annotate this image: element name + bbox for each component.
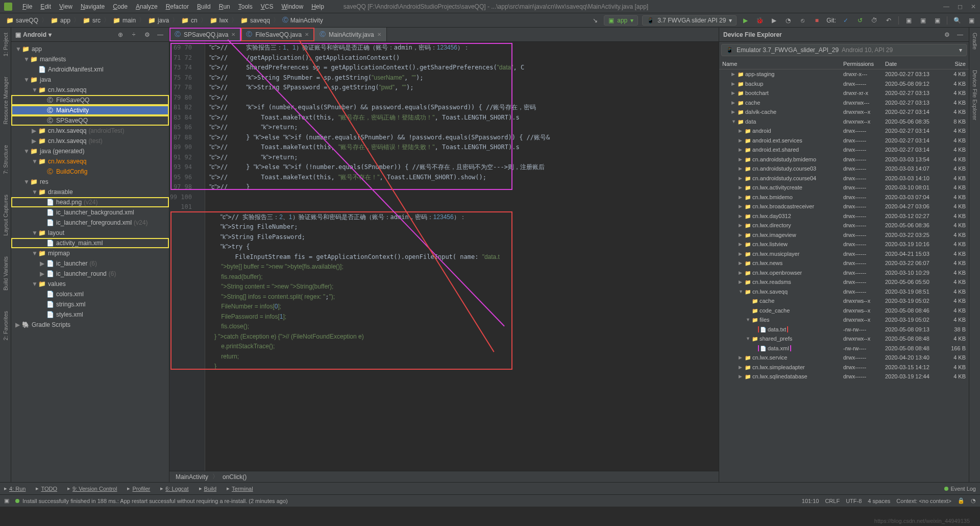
menu-run[interactable]: Run <box>215 3 234 10</box>
file-row[interactable]: ▶📁android.ext.servicesdrwx------2020-02-… <box>719 136 969 146</box>
menu-file[interactable]: File <box>18 3 36 10</box>
file-encoding[interactable]: UTF-8 <box>846 498 862 504</box>
menu-view[interactable]: View <box>55 3 77 10</box>
tree-node[interactable]: ▶📄ic_launcher(6) <box>11 258 169 269</box>
col-size[interactable]: Size <box>943 61 969 67</box>
editor-tab[interactable]: ⒸFileSaveQQ.java✕ <box>241 28 314 41</box>
crumb-cn[interactable]: 📁 cn <box>179 16 200 25</box>
bottom-tab-4--run[interactable]: ▸ 4: Run <box>4 485 26 492</box>
bottom-tab-6--logcat[interactable]: ▸ 6: Logcat <box>160 485 188 492</box>
code-content[interactable]: "c">// 实验报告三：1、1）验证账号和密码是否正确（账号：admin，密码… <box>205 42 719 471</box>
caret-position[interactable]: 101:10 <box>802 498 819 504</box>
file-row[interactable]: ▶📁cn.lwx.simpleadapterdrwx------2020-03-… <box>719 363 969 372</box>
lock-icon[interactable]: 🔒 <box>958 497 965 504</box>
run-config-combo[interactable]: ▣ app ▾ <box>604 15 638 26</box>
menu-code[interactable]: Code <box>109 3 132 10</box>
debug-icon[interactable]: 🐞 <box>755 16 764 25</box>
file-row[interactable]: ▶📁androiddrwx------2020-02-27 03:144 KB <box>719 126 969 136</box>
git-commit-icon[interactable]: ↺ <box>855 16 865 25</box>
device-combo[interactable]: 📱 3.7 FWVGA slider API 29 ▾ <box>642 15 737 26</box>
left-tab-resource-manager[interactable]: Resource Manager <box>3 77 9 125</box>
context-label[interactable]: Context: <no context> <box>896 498 951 504</box>
bottom-tab-profiler[interactable]: ▸ Profiler <box>127 485 150 492</box>
menu-build[interactable]: Build <box>193 3 215 10</box>
profile-icon[interactable]: ◔ <box>783 16 793 25</box>
file-row[interactable]: ▶📁cn.lwx.activitycreatedrwx------2020-03… <box>719 183 969 193</box>
tree-node[interactable]: 📄ic_launcher_background.xml <box>11 207 169 218</box>
file-row[interactable]: ▶📁app-stagingdrwxr-x---2020-02-27 03:134… <box>719 69 969 79</box>
minimize-icon[interactable]: — <box>943 3 949 10</box>
file-row[interactable]: ▶📁backupdrwx------2020-05-08 09:124 KB <box>719 79 969 89</box>
editor-tab[interactable]: ⒸSPSaveQQ.java✕ <box>169 28 241 41</box>
file-row[interactable]: ▶📁cn.lwx.directorydrwx------2020-05-06 0… <box>719 221 969 230</box>
collapse-icon[interactable]: ÷ <box>129 30 138 39</box>
bottom-tab-9--version-control[interactable]: ▸ 9: Version Control <box>67 485 117 492</box>
file-row[interactable]: ▶📁cn.lwx.servicedrwx------2020-04-20 13:… <box>719 353 969 363</box>
tree-node[interactable]: ▼📁res <box>11 177 169 187</box>
left-tab-layout-captures[interactable]: Layout Captures <box>3 195 9 236</box>
file-row[interactable]: ▼📁datadrwxrwx--x2020-05-06 08:358 KB <box>719 117 969 127</box>
target-icon[interactable]: ⊕ <box>116 30 125 39</box>
event-log-button[interactable]: Event Log <box>944 486 976 492</box>
crumb-MainActivity[interactable]: Ⓒ MainActivity <box>280 15 325 26</box>
menu-refactor[interactable]: Refactor <box>162 3 193 10</box>
tree-node[interactable]: ⒸFileSaveQQ <box>11 95 169 105</box>
git-pull-icon[interactable]: ✓ <box>841 16 850 25</box>
tree-node[interactable]: 📄strings.xml <box>11 299 169 309</box>
tree-node[interactable]: 📄styles.xml <box>11 309 169 320</box>
menu-vcs[interactable]: VCS <box>257 3 278 10</box>
file-row[interactable]: ▶📁cn.lwx.sqlinedatabasedrwx------2020-03… <box>719 372 969 381</box>
run-icon[interactable]: ▶ <box>741 16 750 25</box>
menu-window[interactable]: Window <box>277 3 307 10</box>
col-permissions[interactable]: Permissions <box>840 61 882 67</box>
menu-help[interactable]: Help <box>307 3 328 10</box>
file-row[interactable]: ▶📁cn.lwx.listviewdrwx------2020-03-19 10… <box>719 240 969 249</box>
left-tab-7--structure[interactable]: 7: Structure <box>3 145 9 174</box>
tree-node[interactable]: 📄colors.xml <box>11 289 169 299</box>
breadcrumb[interactable]: 📁 saveQQ〉📁 app〉📁 src〉📁 main〉📁 java〉📁 cn〉… <box>4 15 591 26</box>
close-icon[interactable]: ✕ <box>971 3 976 10</box>
stop-icon[interactable]: ■ <box>812 16 821 25</box>
bottom-tab-build[interactable]: ▸ Build <box>199 485 216 492</box>
tree-node[interactable]: 📄activity_main.xml <box>11 238 169 248</box>
file-row[interactable]: ▶📁cn.lwx.readsmsdrwx------2020-05-06 05:… <box>719 277 969 287</box>
file-row[interactable]: ▼📁filesdrwxrwx--x2020-03-19 05:024 KB <box>719 315 969 325</box>
status-toggle-icon[interactable]: ▣ <box>4 497 9 504</box>
crumb-src[interactable]: 📁 src <box>81 16 103 25</box>
file-row[interactable]: 📁code_cachedrwxrws--x2020-05-08 08:464 K… <box>719 306 969 316</box>
menu-tools[interactable]: Tools <box>234 3 257 10</box>
file-row[interactable]: ▶📁bootchartdrwxr-xr-x2020-02-27 03:134 K… <box>719 88 969 98</box>
window-controls[interactable]: — ◻ ✕ <box>943 3 976 10</box>
file-row[interactable]: ▶📁dalvik-cachedrwxrwx--x2020-02-27 03:14… <box>719 107 969 117</box>
tree-node[interactable]: ▼📁layout <box>11 228 169 238</box>
tree-node[interactable]: ▼📁java (generated) <box>11 146 169 156</box>
tree-node[interactable]: ⒸSPSaveQQ <box>11 115 169 126</box>
code-editor[interactable]: 69 70 71 72 73 74 75 76 77 78 79 80 81 8… <box>169 42 719 471</box>
git-push-icon[interactable]: ⏱ <box>870 16 879 25</box>
tree-node[interactable]: ▼📁drawable <box>11 187 169 197</box>
line-separator[interactable]: CRLF <box>825 498 840 504</box>
structure-icon[interactable]: ▣ <box>933 16 942 25</box>
file-row[interactable]: ▶📁cn.androidstudy.bmidemodrwx------2020-… <box>719 155 969 164</box>
git-history-icon[interactable]: ↶ <box>884 16 893 25</box>
tree-node[interactable]: ▼📁java <box>11 75 169 85</box>
project-view-selector[interactable]: ▣ Android ▾ <box>15 31 116 38</box>
tree-node[interactable]: ▶📁cn.lwx.saveqq(test) <box>11 136 169 146</box>
device-file-table[interactable]: Name Permissions Date Size ▶📁app-staging… <box>719 58 969 482</box>
left-tab-2--favorites[interactable]: 2: Favorites <box>3 311 9 340</box>
file-row[interactable]: 📄data.txt-rw-rw----2020-05-08 09:1338 B <box>719 325 969 334</box>
indent-setting[interactable]: 4 spaces <box>868 498 890 504</box>
avd-icon[interactable]: ▣ <box>904 16 913 25</box>
sync-icon[interactable]: ↘ <box>591 16 600 25</box>
right-tab-device-file-explorer[interactable]: Device File Explorer <box>972 70 978 120</box>
menu-analyze[interactable]: Analyze <box>132 3 162 10</box>
bottom-tab-todo[interactable]: ▸ TODO <box>36 485 57 492</box>
file-row[interactable]: ▶📁cachedrwxrwx---2020-02-27 03:134 KB <box>719 98 969 108</box>
tree-node[interactable]: 📄AndroidManifest.xml <box>11 64 169 75</box>
crumb-main[interactable]: 📁 main <box>111 16 138 25</box>
right-tab-gradle[interactable]: Gradle <box>972 33 978 50</box>
crumb-app[interactable]: 📁 app <box>48 16 72 25</box>
tree-node[interactable]: ▼📁cn.lwx.saveqq <box>11 156 169 166</box>
crumb-saveqq[interactable]: 📁 saveqq <box>238 16 272 25</box>
file-row[interactable]: ▼📁shared_prefsdrwxrwx--x2020-05-08 08:48… <box>719 334 969 344</box>
